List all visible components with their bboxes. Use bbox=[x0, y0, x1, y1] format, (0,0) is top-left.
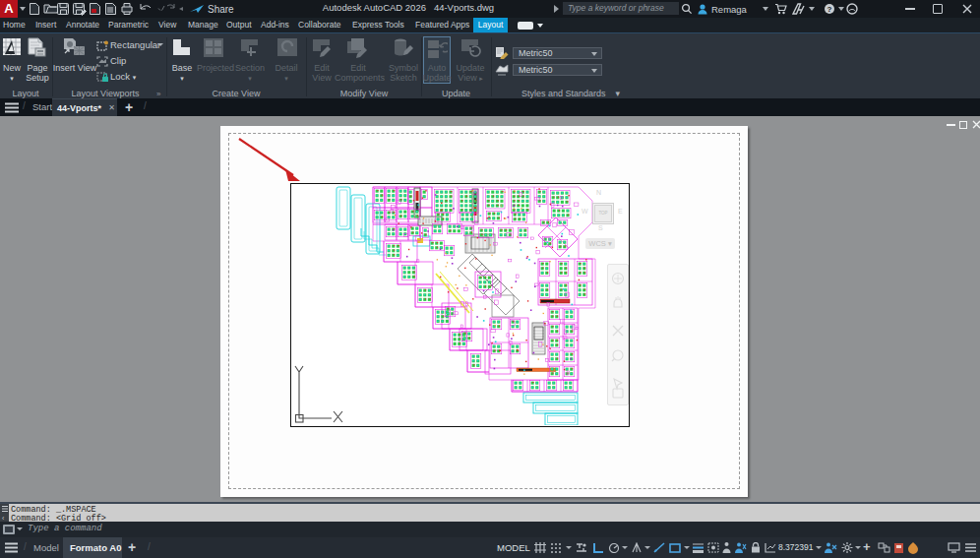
svg-text:Share: Share bbox=[208, 4, 234, 15]
svg-text:?: ? bbox=[827, 5, 832, 14]
